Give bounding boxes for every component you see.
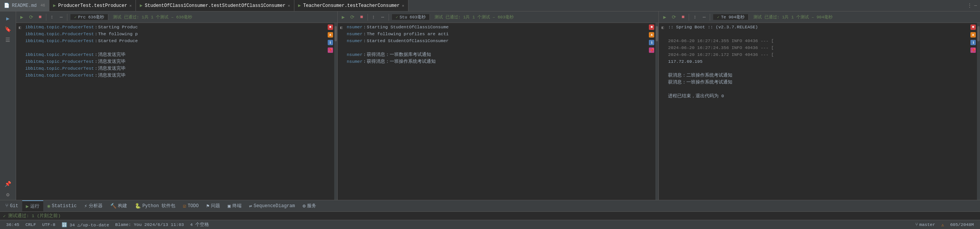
student-tab-badge[interactable]: ✓ Stu 603毫秒 [392, 14, 430, 20]
sidebar-settings-icon[interactable]: ⚙ [1, 189, 15, 200]
run-icon-student: ▶ [140, 3, 142, 8]
tab-student[interactable]: ▶ StudentOfClass1Consumer.testStudentOfC… [136, 0, 294, 11]
status-branch[interactable]: ⑂ master [912, 220, 938, 229]
problems-icon: ⚑ [206, 203, 209, 209]
teacher-left-icons: ◧ [659, 23, 666, 200]
toolbar-problems-label: 问题 [211, 203, 220, 209]
toolbar-todo[interactable]: ☑ TODO [179, 200, 203, 211]
producer-status-text: 测试 已通过: 1共 1 个测试 – 636毫秒 [113, 14, 192, 20]
student-run-btn[interactable]: ▶ [339, 13, 348, 21]
git-icon: ⑂ [5, 203, 8, 209]
teacher-bookmark-icon[interactable]: ■ [970, 25, 976, 30]
toolbar-git[interactable]: ⑂ Git [2, 200, 22, 211]
teacher-filter-btn[interactable]: ⋯ [700, 13, 708, 21]
student-scrollbar[interactable] [655, 23, 658, 200]
status-warning[interactable]: ⚠ [938, 220, 947, 229]
tab-teacher[interactable]: ▶ TeacherConsumer.testTeacherConsumer ✕ [294, 0, 408, 11]
producer-scrollbar[interactable] [334, 23, 337, 200]
student-stop-btn[interactable]: ■ [358, 13, 366, 21]
toolbar-run[interactable]: ▶ 运行 [22, 200, 44, 211]
terminal-icon: ▣ [228, 203, 231, 209]
log-line: nsumer : Starting StudentOfClass1Consume [347, 24, 647, 31]
student-filter-btn[interactable]: ⋯ [379, 13, 387, 21]
toolbar-build[interactable]: 🔨 构建 [106, 200, 131, 211]
file-icon: 📄 [4, 3, 10, 8]
run-icon-producer: ▶ [53, 3, 56, 8]
student-sort-btn[interactable]: ↕ [369, 13, 378, 21]
sidebar-pin-icon[interactable]: 📌 [1, 178, 15, 189]
teacher-pin-icon[interactable]: 📌 [970, 47, 976, 53]
status-line-ending[interactable]: CRLF [23, 220, 39, 229]
tab-teacher-label: TeacherConsumer.testTeacherConsumer [303, 3, 400, 8]
teacher-content: ◧ :: Spring Boot :: (v2.3.7.RELEASE) 202… [659, 23, 980, 200]
student-tab-label: Stu 603毫秒 [400, 14, 426, 20]
toolbar-analyzer[interactable]: ⚡ 分析器 [80, 200, 106, 211]
toolbar-python[interactable]: 🐍 Python 软件包 [131, 200, 179, 211]
more-icon[interactable]: ⋮ [967, 3, 972, 8]
producer-left-icon-1[interactable]: ◧ [17, 25, 23, 31]
sidebar-run-icon[interactable]: ▶ [1, 13, 15, 24]
teacher-scrollbar[interactable] [977, 23, 980, 200]
status-line-col[interactable]: 605/2048M [947, 220, 977, 229]
producer-info-icon[interactable]: ℹ [328, 40, 333, 45]
tab-producer-close[interactable]: ✕ [129, 3, 132, 8]
student-bookmark-icon[interactable]: ■ [649, 25, 654, 30]
tab-teacher-close[interactable]: ✕ [402, 3, 404, 8]
status-time[interactable]: 36:45 [3, 220, 23, 229]
status-blame[interactable]: Blame: You 2024/6/13 11:03 [112, 220, 187, 229]
student-rerun-btn[interactable]: ⟳ [348, 13, 357, 21]
toolbar-sequence[interactable]: ⇌ SequenceDiagram [245, 200, 299, 211]
sep6 [710, 14, 710, 21]
producer-rerun-btn[interactable]: ⟳ [27, 13, 35, 21]
producer-scrollbar-thumb [335, 26, 337, 41]
toolbar-analyzer-label: 分析器 [89, 203, 103, 209]
producer-stop-btn[interactable]: ■ [36, 13, 44, 21]
student-warn-icon[interactable]: ▲ [649, 32, 654, 38]
teacher-stop-btn[interactable]: ■ [679, 13, 687, 21]
toolbar-terminal[interactable]: ▣ 终端 [224, 200, 245, 211]
tab-readme[interactable]: 📄 README.md 46 [0, 0, 49, 11]
log-line: :: Spring Boot :: (v2.3.7.RELEASE) [668, 24, 968, 31]
toolbar-git-label: Git [10, 203, 18, 209]
sequence-icon: ⇌ [249, 203, 252, 209]
panels-container: ▶ ⟳ ■ ↕ ⋯ ✓ Prc 636毫秒 测试 已通过: 1共 1 个测试 –… [16, 11, 980, 200]
teacher-tab-badge[interactable]: ✓ Te 904毫秒 [713, 14, 749, 20]
sidebar-structure-icon[interactable]: ☰ [1, 34, 15, 45]
teacher-status: ✓ Te 904毫秒 测试 已通过: 1共 1 个测试 – 904毫秒 [713, 14, 832, 20]
tab-producer[interactable]: ▶ ProducerTest.testProducer ✕ [49, 0, 136, 11]
toolbar-sequence-label: SequenceDiagram [253, 203, 295, 209]
toolbar-statistic[interactable]: ◉ Statistic [43, 200, 80, 211]
teacher-panel: ▶ ⟳ ■ ↕ ⋯ ✓ Te 904毫秒 测试 已通过: 1共 1 个测试 – … [659, 11, 980, 200]
toolbar-services[interactable]: ⚙ 服务 [299, 200, 320, 211]
status-spaces[interactable]: 4 个空格 [187, 220, 212, 229]
tab-student-close[interactable]: ✕ [288, 3, 290, 8]
teacher-run-btn[interactable]: ▶ [660, 13, 669, 21]
producer-tab-label: Prc 636毫秒 [78, 14, 104, 20]
tab-producer-label: ProducerTest.testProducer [58, 3, 127, 8]
student-status: ✓ Stu 603毫秒 测试 已通过: 1共 1 个测试 – 603毫秒 [392, 14, 514, 20]
teacher-warn-icon[interactable]: ▲ [970, 32, 976, 38]
teacher-sort-btn[interactable]: ↕ [691, 13, 699, 21]
sidebar-bookmark-icon[interactable]: 🔖 [1, 24, 15, 34]
student-left-icon[interactable]: ◧ [338, 25, 345, 31]
minimize-icon[interactable]: ─ [974, 3, 977, 8]
student-status-text: 测试 已通过: 1共 1 个测试 – 603毫秒 [434, 14, 514, 20]
producer-warn-icon[interactable]: ▲ [328, 32, 333, 38]
teacher-info-icon[interactable]: ℹ [970, 40, 976, 45]
producer-run-btn[interactable]: ▶ [18, 13, 26, 21]
producer-pin-icon[interactable]: 📌 [328, 47, 333, 53]
toolbar-todo-label: TODO [188, 203, 199, 209]
student-info-icon[interactable]: ℹ [649, 40, 654, 45]
sep1 [46, 14, 46, 21]
status-encoding[interactable]: UTF-8 [39, 220, 59, 229]
producer-bookmark-icon[interactable]: ■ [328, 25, 333, 30]
producer-filter-btn[interactable]: ⋯ [57, 13, 65, 21]
producer-sort-btn[interactable]: ↕ [48, 13, 56, 21]
teacher-left-icon[interactable]: ◧ [660, 25, 666, 31]
teacher-rerun-btn[interactable]: ⟳ [670, 13, 678, 21]
services-icon: ⚙ [302, 203, 305, 209]
status-indent[interactable]: 🔢 34 △/up-to-date [59, 220, 112, 229]
toolbar-problems[interactable]: ⚑ 问题 [203, 200, 224, 211]
producer-tab-badge[interactable]: ✓ Prc 636毫秒 [70, 14, 108, 20]
student-pin-icon[interactable]: 📌 [649, 47, 654, 53]
